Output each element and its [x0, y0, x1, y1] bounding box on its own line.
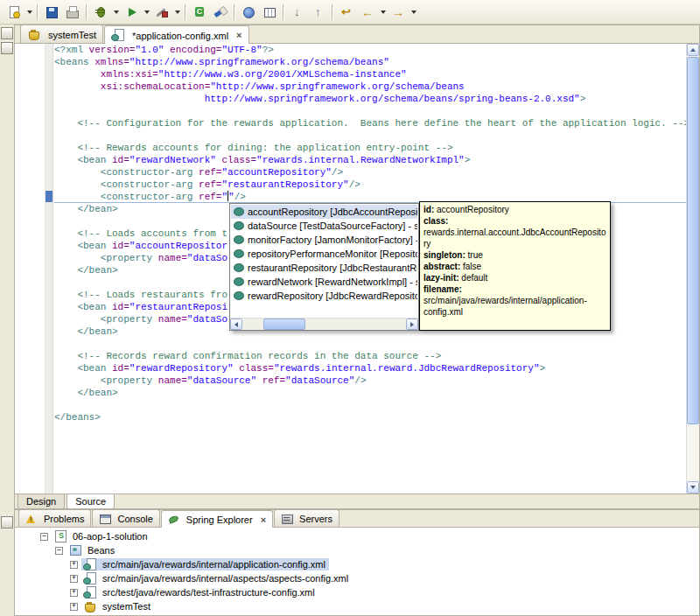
debug-button[interactable]	[90, 2, 111, 23]
external-tools-dropdown[interactable]	[172, 3, 182, 22]
new-wizard-dropdown[interactable]	[24, 3, 34, 22]
previous-annotation-button[interactable]	[308, 2, 329, 23]
tree-item-06-aop-1-solution[interactable]: −06-aop-1-solution	[15, 529, 699, 543]
view-tab-servers[interactable]: Servers	[274, 509, 340, 527]
tree-item-label: src/main/java/rewards/internal/aspects/a…	[101, 572, 350, 584]
code-token: />	[234, 192, 246, 202]
code-token	[54, 94, 205, 104]
left-fastview-bar	[0, 24, 14, 616]
tree-item-src-main-java-rewards-internal-aspects-aspects-config-xml[interactable]: +src/main/java/rewards/internal/aspects/…	[15, 571, 699, 585]
save-button[interactable]	[41, 2, 62, 23]
code-line[interactable]	[54, 130, 686, 142]
code-line[interactable]	[54, 338, 686, 350]
assist-scroll-right-button[interactable]	[406, 318, 418, 330]
code-line[interactable]: <!-- Rewards accounts for dining: the ap…	[54, 142, 686, 154]
assist-item[interactable]: accountRepository [JdbcAccountRepository…	[231, 205, 417, 219]
editor-vscrollbar[interactable]	[686, 44, 699, 494]
editor-tab-label: *application-config.xml	[132, 30, 228, 41]
last-edit-location-button[interactable]	[336, 2, 357, 23]
editor-tab-systemtest[interactable]: systemTest	[20, 24, 103, 43]
fastview-button-2[interactable]	[1, 42, 13, 54]
scroll-up-button[interactable]	[687, 44, 699, 56]
search-button[interactable]	[210, 2, 231, 23]
tree-item-systemtest[interactable]: +systemTest	[15, 599, 699, 613]
toolbar-separator	[283, 4, 284, 20]
tree-expander[interactable]: +	[70, 589, 78, 597]
code-line[interactable]: http://www.springframework.org/schema/be…	[54, 93, 686, 105]
scroll-down-button[interactable]	[687, 481, 699, 494]
assist-item[interactable]: repositoryPerformanceMonitor [Repository…	[231, 247, 417, 261]
view-tab-label: Problems	[44, 513, 84, 524]
tree-expander[interactable]: +	[70, 561, 78, 569]
code-token: ref=	[262, 375, 285, 386]
tree-item-src-test-java-rewards-test-infrastructure-config-xml[interactable]: +src/test/java/rewards/test-infrastructu…	[15, 585, 699, 599]
scroll-thumb[interactable]	[687, 57, 699, 424]
new-wizard-button[interactable]	[4, 2, 24, 23]
print-button[interactable]	[62, 2, 83, 23]
code-token: >	[465, 155, 471, 165]
tree-item-src-main-java-rewards-internal-application-config-xml[interactable]: +src/main/java/rewards/internal/applicat…	[15, 557, 699, 571]
forward-button[interactable]	[388, 2, 409, 23]
code-line[interactable]: xmlns:xsi="http://www.w3.org/2001/XMLSch…	[54, 68, 686, 80]
tree-expander[interactable]: −	[40, 533, 48, 541]
page-tab-label: Design	[26, 496, 56, 507]
assist-scroll-left-button[interactable]	[230, 318, 242, 330]
code-line[interactable]	[54, 105, 686, 117]
spring-icon	[168, 514, 181, 525]
close-view-icon[interactable]: ×	[261, 515, 266, 524]
tree-item-beans[interactable]: −Beans	[15, 543, 699, 557]
code-line[interactable]: <constructor-arg ref="restaurantReposito…	[54, 178, 686, 191]
annotation-ruler[interactable]	[15, 44, 46, 494]
run-button[interactable]	[121, 2, 142, 23]
back-dropdown[interactable]	[378, 3, 388, 22]
config-file-icon	[83, 572, 98, 584]
code-token: name=	[158, 253, 187, 263]
code-line[interactable]: <!-- Records reward confirmation records…	[54, 350, 686, 362]
show-table-button[interactable]	[259, 2, 280, 23]
page-tab-source[interactable]: Source	[66, 494, 115, 509]
fastview-button-1[interactable]	[1, 27, 13, 39]
code-line[interactable]: <?xml version="1.0" encoding="UTF-8"?>	[54, 44, 686, 56]
toolbar-separator	[332, 4, 333, 20]
code-line[interactable]: <beans xmlns="http://www.springframework…	[54, 56, 686, 68]
code-token: "http://www.w3.org/2001/XMLSchema-instan…	[158, 69, 407, 80]
close-tab-icon[interactable]: ×	[236, 31, 242, 39]
code-line[interactable]: </bean>	[54, 387, 686, 399]
fastview-button-3[interactable]	[1, 516, 13, 528]
code-line[interactable]: <constructor-arg ref="accountRepository"…	[54, 166, 686, 178]
assist-scroll-thumb[interactable]	[263, 318, 305, 330]
assist-item[interactable]: monitorFactory [JamonMonitorFactory] - s…	[231, 233, 417, 247]
assist-item[interactable]: restaurantRepository [JdbcRestaurantRepo…	[231, 261, 417, 275]
assist-item[interactable]: rewardNetwork [RewardNetworkImpl] - src/…	[231, 275, 417, 289]
tooltip-field: lazy-init: default	[424, 272, 606, 284]
code-line[interactable]	[54, 399, 686, 411]
tree-expander[interactable]: +	[70, 575, 78, 583]
new-java-class-button[interactable]	[189, 2, 210, 23]
tree-expander[interactable]: −	[55, 547, 63, 555]
code-token: "rewardRepository"	[130, 363, 234, 374]
forward-dropdown[interactable]	[409, 3, 418, 22]
code-line[interactable]: </beans>	[54, 411, 686, 424]
view-tab-spring-explorer[interactable]: Spring Explorer×	[161, 510, 273, 528]
assist-item[interactable]: dataSource [TestDataSourceFactory] - src…	[231, 219, 417, 233]
page-tab-design[interactable]: Design	[18, 494, 65, 509]
next-annotation-button[interactable]	[287, 2, 308, 23]
view-tab-problems[interactable]: Problems	[18, 509, 91, 527]
code-line[interactable]: <bean id="rewardRepository" class="rewar…	[54, 362, 686, 374]
external-tools-button[interactable]	[151, 2, 172, 23]
assist-hscrollbar[interactable]	[230, 318, 418, 330]
code-line[interactable]: <property name="dataSource" ref="dataSou…	[54, 374, 686, 387]
tree-expander[interactable]: +	[70, 603, 78, 611]
run-dropdown[interactable]	[142, 3, 151, 22]
assist-item[interactable]: rewardRepository [JdbcRewardRepository] …	[231, 289, 417, 303]
view-tab-console[interactable]: Console	[92, 509, 159, 527]
back-button[interactable]	[357, 2, 378, 23]
editor-tab-application-config-xml[interactable]: *application-config.xml×	[104, 25, 249, 44]
code-line[interactable]: <bean id="rewardNetwork" class="rewards.…	[54, 154, 686, 166]
debug-dropdown[interactable]	[111, 3, 121, 22]
code-line[interactable]: <!-- Configuration for the rewards appli…	[54, 117, 686, 130]
code-token: id=	[112, 155, 130, 165]
tooltip-field-label: filename:	[424, 284, 462, 294]
open-web-browser-button[interactable]	[238, 2, 259, 23]
code-line[interactable]: xsi:schemaLocation="http://www.springfra…	[54, 80, 686, 93]
